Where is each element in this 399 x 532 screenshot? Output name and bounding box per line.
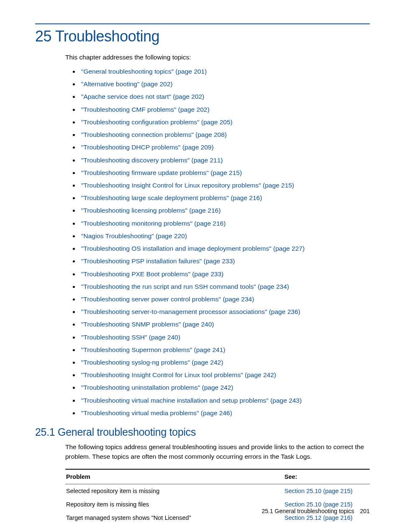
toc-link[interactable]: "Troubleshooting firmware update problem… xyxy=(81,169,242,176)
cell-problem: Repository item is missing files xyxy=(66,501,284,508)
toc-item: "Troubleshooting CMF problems" (page 202… xyxy=(79,103,370,116)
toc-link[interactable]: "Troubleshooting server power control pr… xyxy=(81,296,254,303)
toc-item: "Troubleshooting PSP installation failur… xyxy=(79,255,370,267)
toc-link[interactable]: "Troubleshooting Insight Control for Lin… xyxy=(81,371,276,378)
table-body: Selected repository item is missingSecti… xyxy=(65,484,370,524)
footer-section-label: 25.1 General troubleshooting topics xyxy=(262,508,354,514)
toc-link[interactable]: "Troubleshooting CMF problems" (page 202… xyxy=(81,106,210,113)
see-link[interactable]: Section 25.10 (page 215) xyxy=(284,501,353,508)
toc-item: "Troubleshooting firmware update problem… xyxy=(79,167,370,179)
toc-link[interactable]: "Troubleshooting large scale deployment … xyxy=(81,194,262,201)
toc-item: "Troubleshooting uninstallation problems… xyxy=(79,381,370,394)
toc-link[interactable]: "Troubleshooting configuration problems"… xyxy=(81,118,233,126)
toc-link[interactable]: "Troubleshooting connection problems" (p… xyxy=(81,131,227,138)
toc-item: "Troubleshooting Insight Control for Lin… xyxy=(79,369,370,381)
page: 25 Troubleshooting This chapter addresse… xyxy=(0,0,399,532)
toc-link[interactable]: "Troubleshooting licensing problems" (pa… xyxy=(81,207,221,214)
cell-see: Section 25.10 (page 215) xyxy=(284,488,368,494)
toc-item: "Troubleshooting syslog-ng problems" (pa… xyxy=(79,356,370,369)
toc-link[interactable]: "Troubleshooting PSP installation failur… xyxy=(81,257,235,265)
toc-item: "Troubleshooting server-to-management pr… xyxy=(79,306,370,318)
toc-link[interactable]: "Troubleshooting discovery problems" (pa… xyxy=(81,157,223,164)
toc-link[interactable]: "Alternative booting" (page 202) xyxy=(81,80,173,87)
toc-link[interactable]: "Troubleshooting virtual machine install… xyxy=(81,397,302,404)
toc-item: "Troubleshooting PXE Boot problems" (pag… xyxy=(79,268,370,280)
toc-link[interactable]: "Troubleshooting virtual media problems"… xyxy=(81,409,232,416)
see-link[interactable]: Section 25.12 (page 216) xyxy=(284,514,353,521)
cell-problem: Target managed system shows "Not License… xyxy=(66,514,284,521)
toc-link[interactable]: "Troubleshooting SSH" (page 240) xyxy=(81,334,180,341)
toc-link[interactable]: "Troubleshooting SNMP problems" (page 24… xyxy=(81,321,214,328)
toc-link[interactable]: "Apache service does not start" (page 20… xyxy=(81,93,204,100)
toc-link[interactable]: "General troubleshooting topics" (page 2… xyxy=(81,68,207,75)
toc-item: "Apache service does not start" (page 20… xyxy=(79,90,370,103)
toc-link[interactable]: "Troubleshooting server-to-management pr… xyxy=(81,308,300,315)
toc-link[interactable]: "Troubleshooting monitoring problems" (p… xyxy=(81,220,226,227)
table-row: Selected repository item is missingSecti… xyxy=(65,484,370,498)
toc-item: "General troubleshooting topics" (page 2… xyxy=(79,65,370,78)
footer-page-number: 201 xyxy=(360,508,370,514)
toc-item: "Troubleshooting OS installation and ima… xyxy=(79,242,370,255)
toc-link[interactable]: "Troubleshooting OS installation and ima… xyxy=(81,245,304,252)
toc-list: "General troubleshooting topics" (page 2… xyxy=(79,65,370,419)
toc-link[interactable]: "Troubleshooting the run script and run … xyxy=(81,283,289,290)
top-rule xyxy=(35,23,370,24)
toc-item: "Troubleshooting Supermon problems" (pag… xyxy=(79,344,370,356)
see-link[interactable]: Section 25.10 (page 215) xyxy=(284,488,353,494)
header-see: See: xyxy=(284,473,368,480)
toc-link[interactable]: "Troubleshooting Supermon problems" (pag… xyxy=(81,346,225,353)
toc-item: "Troubleshooting server power control pr… xyxy=(79,293,370,306)
header-problem: Problem xyxy=(66,473,284,480)
toc-item: "Troubleshooting SSH" (page 240) xyxy=(79,331,370,344)
toc-item: "Troubleshooting the run script and run … xyxy=(79,280,370,293)
toc-item: "Troubleshooting connection problems" (p… xyxy=(79,129,370,141)
toc-item: "Troubleshooting Insight Control for Lin… xyxy=(79,179,370,192)
toc-link[interactable]: "Troubleshooting DHCP problems" (page 20… xyxy=(81,144,214,151)
table-header-row: Problem See: xyxy=(65,470,370,484)
toc-item: "Troubleshooting large scale deployment … xyxy=(79,192,370,204)
section-title: 25.1 General troubleshooting topics xyxy=(35,426,370,438)
toc-item: "Troubleshooting virtual media problems"… xyxy=(79,407,370,419)
chapter-intro: This chapter addresses the following top… xyxy=(65,54,370,61)
toc-item: "Troubleshooting licensing problems" (pa… xyxy=(79,204,370,217)
toc-link[interactable]: "Nagios Troubleshooting" (page 220) xyxy=(81,232,187,239)
toc-item: "Troubleshooting monitoring problems" (p… xyxy=(79,217,370,230)
cell-problem: Selected repository item is missing xyxy=(66,488,284,494)
troubleshooting-table: Problem See: Selected repository item is… xyxy=(65,469,370,524)
toc-item: "Troubleshooting configuration problems"… xyxy=(79,116,370,129)
section-intro: The following topics address general tro… xyxy=(65,442,370,461)
cell-see: Section 25.10 (page 215) xyxy=(284,501,368,508)
toc-item: "Alternative booting" (page 202) xyxy=(79,78,370,90)
page-footer: 25.1 General troubleshooting topics 201 xyxy=(262,508,370,514)
toc-item: "Troubleshooting SNMP problems" (page 24… xyxy=(79,318,370,331)
chapter-title: 25 Troubleshooting xyxy=(35,28,370,45)
toc-link[interactable]: "Troubleshooting Insight Control for Lin… xyxy=(81,182,294,189)
toc-item: "Troubleshooting DHCP problems" (page 20… xyxy=(79,141,370,154)
toc-item: "Troubleshooting discovery problems" (pa… xyxy=(79,154,370,167)
toc-link[interactable]: "Troubleshooting PXE Boot problems" (pag… xyxy=(81,270,223,278)
cell-see: Section 25.12 (page 216) xyxy=(284,514,368,521)
toc-item: "Nagios Troubleshooting" (page 220) xyxy=(79,230,370,242)
toc-link[interactable]: "Troubleshooting syslog-ng problems" (pa… xyxy=(81,359,223,366)
toc-link[interactable]: "Troubleshooting uninstallation problems… xyxy=(81,384,233,391)
toc-item: "Troubleshooting virtual machine install… xyxy=(79,394,370,407)
